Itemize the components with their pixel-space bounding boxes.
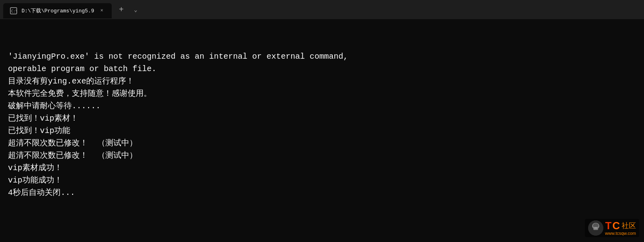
new-tab-button[interactable]: + <box>115 3 128 16</box>
terminal-content: 'JianyingPro.exe' is not recognized as a… <box>0 19 644 242</box>
title-bar: C:\ D:\下载\Programs\ying5.9 × + ⌄ <box>0 0 644 19</box>
terminal-line-3: 本软件完全免费，支持随意！感谢使用。 <box>8 87 636 100</box>
dropdown-button[interactable]: ⌄ <box>129 3 142 16</box>
svg-rect-6 <box>594 227 597 229</box>
terminal-icon: C:\ <box>10 7 18 15</box>
terminal-line-5: 已找到！vip素材！ <box>8 112 636 125</box>
watermark: T C 社区 www.tcsqw.com <box>585 219 639 237</box>
terminal-line-10: vip功能成功！ <box>8 174 636 186</box>
terminal-line-9: vip素材成功！ <box>8 162 636 174</box>
watermark-url: www.tcsqw.com <box>605 231 636 236</box>
terminal-line-8: 超清不限次数已修改！ （测试中） <box>8 149 636 162</box>
watermark-c-letter: C <box>612 220 620 231</box>
watermark-t-letter: T <box>605 220 612 231</box>
tab-title: D:\下载\Programs\ying5.9 <box>22 7 94 14</box>
terminal-window: C:\ D:\下载\Programs\ying5.9 × + ⌄ 'Jianyi… <box>0 0 644 242</box>
terminal-line-7: 超清不限次数已修改！ （测试中） <box>8 137 636 149</box>
watermark-text-block: T C 社区 www.tcsqw.com <box>605 220 636 236</box>
terminal-line-1: operable program or batch file. <box>8 63 636 75</box>
terminal-line-6: 已找到！vip功能 <box>8 125 636 137</box>
watermark-community-label: 社区 <box>622 222 636 229</box>
terminal-line-0: 'JianyingPro.exe' is not recognized as a… <box>8 50 636 63</box>
svg-text:C:\: C:\ <box>11 9 17 13</box>
tab-close-button[interactable]: × <box>98 7 105 14</box>
terminal-line-2: 目录没有剪ying.exe的运行程序！ <box>8 75 636 87</box>
terminal-line-11: 4秒后自动关闭... <box>8 186 636 199</box>
terminal-tab[interactable]: C:\ D:\下载\Programs\ying5.9 × <box>3 3 112 18</box>
title-bar-actions: + ⌄ <box>115 3 142 16</box>
watermark-avatar <box>588 220 603 236</box>
terminal-line-4: 破解中请耐心等待...... <box>8 100 636 112</box>
